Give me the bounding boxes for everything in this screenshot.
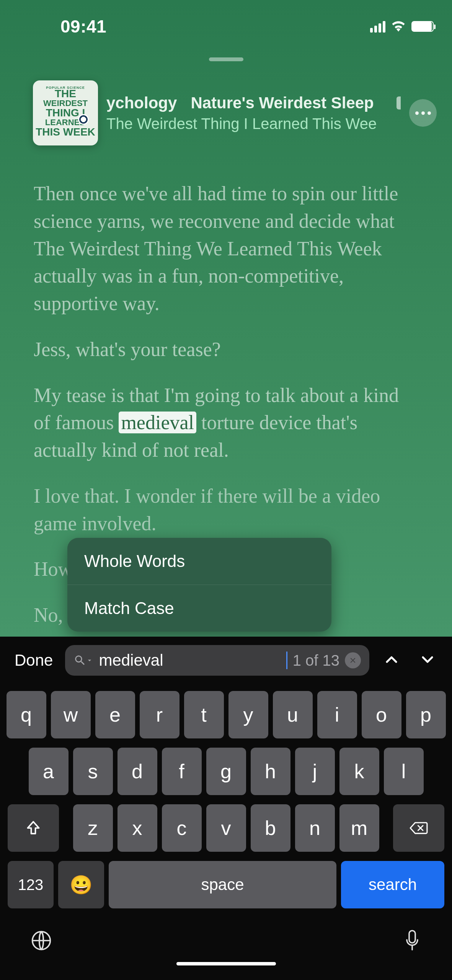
- key-n[interactable]: n: [295, 804, 335, 852]
- numbers-key[interactable]: 123: [8, 861, 54, 908]
- shift-key[interactable]: [8, 804, 59, 852]
- key-t[interactable]: t: [184, 691, 224, 738]
- key-y[interactable]: y: [228, 691, 268, 738]
- search-highlight[interactable]: medieval: [119, 412, 196, 433]
- cellular-signal-icon: [370, 20, 385, 33]
- search-key[interactable]: search: [341, 861, 444, 908]
- episode-meta: ychology Nature's Weirdest Sleep E The W…: [106, 94, 401, 132]
- key-k[interactable]: k: [339, 748, 379, 795]
- done-button[interactable]: Done: [11, 651, 57, 670]
- key-d[interactable]: d: [117, 748, 157, 795]
- key-i[interactable]: i: [317, 691, 357, 738]
- key-b[interactable]: b: [251, 804, 290, 852]
- status-bar: 09:41: [0, 0, 452, 42]
- previous-match-button[interactable]: [378, 650, 405, 670]
- search-options-chevron-icon[interactable]: [86, 657, 93, 664]
- transcript-paragraph[interactable]: Jess, what's your tease?: [34, 336, 418, 363]
- key-u[interactable]: u: [273, 691, 313, 738]
- menu-item-whole-words[interactable]: Whole Words: [67, 538, 331, 585]
- menu-item-match-case[interactable]: Match Case: [67, 585, 331, 632]
- podcast-cover-art[interactable]: POPULAR SCIENCE THE WEIRDEST THING I LEA…: [33, 80, 98, 145]
- status-icons: [370, 20, 434, 33]
- key-o[interactable]: o: [362, 691, 401, 738]
- episode-header: POPULAR SCIENCE THE WEIRDEST THING I LEA…: [0, 61, 452, 145]
- search-field-container[interactable]: medieval 1 of 13: [65, 645, 369, 676]
- dictation-key[interactable]: [403, 929, 421, 954]
- key-q[interactable]: q: [7, 691, 46, 738]
- keyboard-row-3: zxcvbnm: [4, 804, 448, 852]
- key-w[interactable]: w: [51, 691, 91, 738]
- keyboard-util-row: [4, 918, 448, 958]
- text-cursor: [286, 652, 287, 669]
- find-panel: Done medieval 1 of 13 qwertyuiop asdfghj…: [0, 637, 452, 980]
- key-f[interactable]: f: [162, 748, 202, 795]
- key-h[interactable]: h: [251, 748, 290, 795]
- key-p[interactable]: p: [406, 691, 446, 738]
- backspace-key[interactable]: [393, 804, 444, 852]
- key-v[interactable]: v: [206, 804, 246, 852]
- key-r[interactable]: r: [140, 691, 179, 738]
- podcast-name[interactable]: The Weirdest Thing I Learned This Wee: [106, 115, 401, 132]
- key-z[interactable]: z: [73, 804, 113, 852]
- search-options-menu: Whole Words Match Case: [67, 538, 331, 632]
- home-indicator[interactable]: [176, 962, 276, 965]
- search-icon[interactable]: [73, 654, 93, 667]
- key-g[interactable]: g: [206, 748, 246, 795]
- keyboard-row-4: 123 😀 space search: [4, 861, 448, 908]
- transcript-paragraph[interactable]: My tease is that I'm going to talk about…: [34, 382, 418, 464]
- keyboard-row-1: qwertyuiop: [4, 691, 448, 738]
- key-l[interactable]: l: [384, 748, 424, 795]
- emoji-key[interactable]: 😀: [58, 861, 104, 908]
- transcript-paragraph[interactable]: I love that. I wonder if there will be a…: [34, 482, 418, 537]
- key-c[interactable]: c: [162, 804, 202, 852]
- globe-key[interactable]: [31, 930, 52, 953]
- svg-rect-1: [409, 931, 415, 943]
- drag-handle[interactable]: [209, 57, 243, 61]
- battery-icon: [411, 21, 434, 32]
- key-e[interactable]: e: [95, 691, 135, 738]
- wifi-icon: [392, 21, 405, 32]
- episode-title-fragment-right: Nature's Weirdest Sleep: [191, 94, 374, 112]
- status-time: 09:41: [60, 16, 106, 37]
- cover-eye-icon: [78, 114, 89, 125]
- key-j[interactable]: j: [295, 748, 335, 795]
- key-s[interactable]: s: [73, 748, 113, 795]
- episode-title[interactable]: ychology Nature's Weirdest Sleep E: [106, 94, 401, 112]
- key-m[interactable]: m: [339, 804, 379, 852]
- explicit-badge: E: [397, 96, 401, 109]
- cover-top-label: POPULAR SCIENCE: [46, 86, 85, 90]
- space-key[interactable]: space: [109, 861, 336, 908]
- more-options-button[interactable]: [409, 99, 437, 127]
- cover-art-text: THE WEIRDEST THING I LEARNED THIS WEEK: [36, 88, 95, 137]
- search-result-count: 1 of 13: [293, 652, 339, 669]
- keyboard-row-2: asdfghjkl: [4, 748, 448, 795]
- next-match-button[interactable]: [414, 650, 441, 670]
- key-a[interactable]: a: [29, 748, 69, 795]
- transcript-paragraph[interactable]: Then once we've all had time to spin our…: [34, 180, 418, 317]
- search-bar-row: Done medieval 1 of 13: [0, 637, 452, 684]
- key-x[interactable]: x: [117, 804, 157, 852]
- keyboard: qwertyuiop asdfghjkl zxcvbnm 123 😀 space…: [0, 684, 452, 980]
- episode-title-fragment-left: ychology: [106, 94, 177, 112]
- search-input[interactable]: medieval: [99, 651, 282, 670]
- clear-search-button[interactable]: [345, 652, 361, 668]
